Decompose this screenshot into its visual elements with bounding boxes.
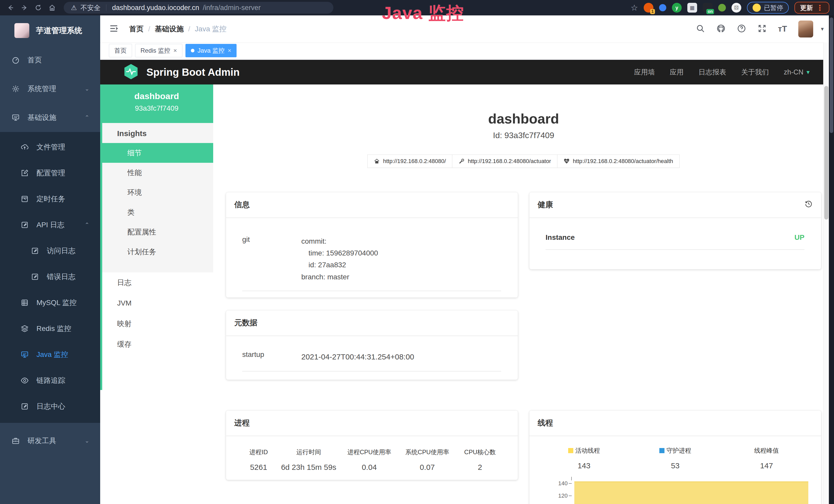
chevron-up-icon: ⌃	[85, 222, 89, 228]
sba-item-jvm[interactable]: JVM	[100, 293, 213, 314]
sidebar-item-home[interactable]: 首页	[0, 46, 100, 74]
sidebar-item-api-log[interactable]: API 日志 ⌃	[0, 212, 100, 238]
legend-peak-threads: 线程峰值 147	[721, 446, 812, 470]
legend-swatch-blue	[659, 448, 664, 453]
sba-instance-id: 93a3fc7f7409	[100, 104, 213, 112]
tab-home[interactable]: 首页	[109, 44, 132, 57]
sba-item-caches[interactable]: 缓存	[100, 334, 213, 354]
sidebar-item-file[interactable]: 文件管理	[0, 134, 100, 160]
sidebar-item-system[interactable]: 系统管理 ⌄	[0, 74, 100, 103]
sba-item-logs[interactable]: 日志	[100, 272, 213, 293]
bookmark-star-icon[interactable]: ☆	[631, 3, 638, 13]
browser-menu-icon[interactable]: ⋮	[816, 3, 824, 12]
sba-item-classes[interactable]: 类	[100, 202, 213, 222]
font-size-icon[interactable]: тT	[778, 24, 787, 33]
sidebar-item-label: 定时任务	[37, 194, 65, 204]
sba-item-scheduled-tasks[interactable]: 计划任务	[100, 242, 213, 261]
monitor-icon	[12, 113, 20, 122]
sidebar-item-label: 日志中心	[37, 402, 65, 411]
sidebar-item-label: Redis 监控	[37, 324, 71, 334]
sba-instance-header[interactable]: dashboard 93a3fc7f7409	[100, 85, 213, 123]
extension-dark-icon[interactable]: on	[703, 3, 712, 13]
log-edit-icon	[31, 247, 39, 255]
browser-scrollbar-thumb[interactable]	[830, 18, 833, 133]
update-button[interactable]: 更新 ⋮	[794, 2, 829, 14]
avatar-caret-icon[interactable]: ▾	[821, 26, 824, 32]
app-logo-row[interactable]: 芋道管理系统	[0, 16, 100, 46]
sidebar-item-access-log[interactable]: 访问日志	[0, 238, 100, 264]
sidebar-item-job[interactable]: 定时任务	[0, 186, 100, 212]
breadcrumb-home[interactable]: 首页	[129, 24, 144, 34]
sidebar-item-redis[interactable]: Redis 监控	[0, 316, 100, 342]
breadcrumb-separator: /	[148, 25, 150, 33]
github-icon[interactable]	[716, 24, 726, 34]
sba-item-config-props[interactable]: 配置属性	[100, 222, 213, 242]
sba-nav-applications[interactable]: 应用	[670, 68, 683, 77]
threads-chart-yaxis: 140 120 100	[539, 480, 574, 504]
sidebar-item-config[interactable]: 配置管理	[0, 160, 100, 186]
history-icon[interactable]	[804, 200, 813, 210]
tab-java[interactable]: Java 监控 ×	[185, 44, 237, 57]
extension-leaf-icon[interactable]	[718, 4, 726, 12]
content-scrollbar-thumb[interactable]	[824, 86, 828, 220]
security-label[interactable]: 不安全	[81, 3, 101, 12]
help-icon[interactable]	[737, 24, 746, 34]
extensions-puzzle-icon[interactable]: ⚄	[731, 3, 741, 13]
content-scrollbar[interactable]	[823, 42, 829, 504]
browser-back-icon[interactable]	[5, 2, 17, 14]
sba-language-value: zh-CN	[784, 68, 804, 76]
health-url-link[interactable]: http://192.168.0.2:48080/actuator/health	[557, 155, 679, 168]
sba-item-environment[interactable]: 环境	[100, 183, 213, 202]
tab-redis[interactable]: Redis 监控 ×	[135, 44, 182, 57]
service-url-link[interactable]: http://192.168.0.2:48080/	[367, 155, 452, 168]
extension-y-letter: y	[675, 5, 678, 11]
process-uptime-value: 6d 23h 15m 59s	[277, 463, 340, 472]
sba-item-details[interactable]: 细节	[100, 143, 213, 163]
breadcrumb-infra[interactable]: 基础设施	[155, 24, 184, 34]
sidebar-item-infra[interactable]: 基础设施 ⌃	[0, 103, 100, 132]
sba-nav-wallboard[interactable]: 应用墙	[634, 68, 655, 77]
cloud-upload-icon	[21, 143, 29, 151]
sidebar-item-java[interactable]: Java 监控	[0, 342, 100, 367]
extension-icon[interactable]: 1	[644, 3, 654, 13]
sba-item-metrics[interactable]: 性能	[100, 163, 213, 183]
sidebar-item-trace[interactable]: 链路追踪	[0, 367, 100, 393]
url-path[interactable]: /infra/admin-server	[203, 4, 261, 12]
hamburger-icon[interactable]	[109, 24, 118, 34]
sba-nav-about[interactable]: 关于我们	[741, 68, 769, 77]
actuator-url-link[interactable]: http://192.168.0.2:48080/actuator	[452, 155, 557, 168]
sidebar-item-error-log[interactable]: 错误日志	[0, 264, 100, 290]
address-bar[interactable]: ⚠ 不安全 dashboard.yudao.iocoder.cn/infra/a…	[64, 2, 333, 14]
health-card: 健康 Instance UP	[529, 192, 821, 269]
fullscreen-icon[interactable]	[758, 24, 767, 34]
sba-language-select[interactable]: zh-CN ▾	[784, 68, 810, 76]
search-icon[interactable]	[696, 24, 705, 34]
browser-home-icon[interactable]	[46, 2, 58, 14]
sidebar-item-log-center[interactable]: 日志中心	[0, 393, 100, 419]
actuator-url-label: http://192.168.0.2:48080/actuator	[468, 158, 551, 165]
process-cpu-value: 0.04	[340, 463, 398, 472]
tab-label: Java 监控	[198, 46, 224, 55]
tab-label: Redis 监控	[140, 46, 170, 55]
profile-paused-pill[interactable]: 已暂停	[747, 2, 789, 14]
sidebar-item-dev-tools[interactable]: 研发工具 ⌄	[0, 427, 100, 455]
sba-brand-title[interactable]: Spring Boot Admin	[147, 67, 240, 78]
extension-y-icon[interactable]: y	[672, 3, 682, 13]
user-avatar[interactable]	[798, 21, 813, 38]
system-cpu-value: 0.07	[398, 463, 456, 472]
home-icon	[374, 158, 380, 164]
sidebar-item-label: 访问日志	[47, 246, 75, 256]
info-card: 信息 git commit: time: 1596289704000 id: 2…	[226, 192, 518, 298]
browser-forward-icon[interactable]	[19, 2, 30, 14]
sba-item-mappings[interactable]: 映射	[100, 314, 213, 334]
threads-chart: 140 120 100	[539, 480, 812, 504]
extension-grid-icon[interactable]: ▦	[687, 3, 697, 13]
browser-scrollbar[interactable]	[829, 16, 834, 504]
close-icon[interactable]: ×	[227, 47, 231, 54]
extension-pin-icon[interactable]	[659, 4, 666, 11]
close-icon[interactable]: ×	[173, 47, 177, 54]
sidebar-item-mysql[interactable]: MySQL 监控	[0, 290, 100, 316]
browser-reload-icon[interactable]	[32, 2, 44, 14]
sba-nav-journal[interactable]: 日志报表	[698, 68, 726, 77]
url-domain[interactable]: dashboard.yudao.iocoder.cn	[112, 4, 199, 12]
